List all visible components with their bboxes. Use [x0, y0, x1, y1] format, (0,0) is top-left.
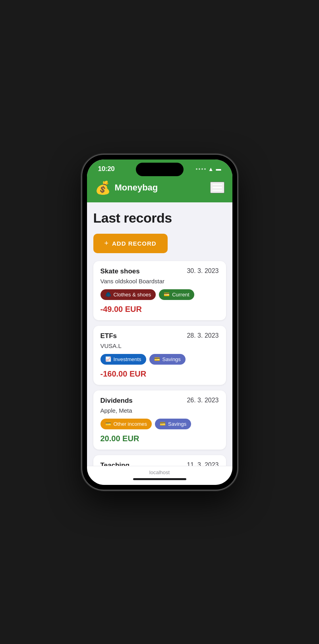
record-tags-2: 💳 Other incomes 💳 Savings	[101, 419, 219, 429]
tag-savings-2[interactable]: 💳 Savings	[155, 419, 191, 429]
record-name-0: Skate shoes	[101, 267, 140, 275]
record-description-1: VUSA.L	[101, 342, 219, 349]
signal-dots-icon	[196, 168, 206, 170]
record-description-2: Apple, Meta	[101, 407, 219, 414]
record-amount-1: -160.00 EUR	[101, 369, 219, 379]
other-incomes-icon: 💳	[105, 421, 111, 427]
record-header-0: Skate shoes 30. 3. 2023	[101, 267, 219, 275]
phone-frame: 10:20 ▲ ▬ 💰 Moneybag	[82, 155, 237, 490]
record-tags-1: 📈 Investments 💳 Savings	[101, 354, 219, 365]
record-amount-0: -49.00 EUR	[101, 305, 219, 314]
record-name-3: Teaching	[101, 461, 130, 466]
app-title: Moneybag	[115, 183, 158, 193]
moneybag-logo-icon: 💰	[95, 180, 111, 195]
clothes-icon: 🧥	[105, 292, 111, 297]
tag-clothes-shoes[interactable]: 🧥 Clothes & shoes	[101, 289, 156, 300]
app-header: 💰 Moneybag	[87, 176, 232, 202]
tag-savings-1[interactable]: 💳 Savings	[149, 354, 186, 365]
hamburger-line-1	[213, 184, 222, 185]
record-header-3: Teaching 11. 3. 2023	[101, 461, 219, 466]
home-indicator	[133, 478, 186, 480]
record-header-2: Dividends 26. 3. 2023	[101, 397, 219, 405]
savings-icon-1: 💳	[154, 356, 160, 362]
record-date-0: 30. 3. 2023	[187, 267, 218, 275]
record-card-3[interactable]: Teaching 11. 3. 2023	[93, 455, 226, 466]
record-date-2: 26. 3. 2023	[187, 397, 218, 404]
tag-clothes-label: Clothes & shoes	[114, 292, 151, 298]
tag-investments-label: Investments	[114, 356, 141, 362]
app-logo-area: 💰 Moneybag	[95, 180, 158, 195]
status-time: 10:20	[98, 165, 115, 173]
status-icons: ▲ ▬	[196, 166, 221, 172]
tag-current-0[interactable]: 💳 Current	[159, 289, 194, 300]
tag-savings-label-1: Savings	[162, 356, 181, 362]
tag-other-incomes[interactable]: 💳 Other incomes	[101, 419, 152, 429]
page-title: Last records	[93, 210, 226, 226]
bottom-bar: localhost	[87, 466, 232, 485]
record-name-2: Dividends	[101, 397, 133, 405]
savings-icon-2: 💳	[160, 421, 166, 427]
dynamic-island	[136, 163, 184, 176]
record-card-2[interactable]: Dividends 26. 3. 2023 Apple, Meta 💳 Othe…	[93, 390, 226, 450]
record-card-1[interactable]: ETFs 28. 3. 2023 VUSA.L 📈 Investments 💳 …	[93, 326, 226, 385]
battery-icon: ▬	[216, 166, 221, 172]
current-icon: 💳	[164, 292, 170, 297]
tag-savings-label-2: Savings	[168, 421, 186, 427]
add-record-label: ADD RECORD	[112, 240, 157, 247]
plus-icon: +	[104, 239, 109, 248]
record-tags-0: 🧥 Clothes & shoes 💳 Current	[101, 289, 219, 300]
bottom-url: localhost	[149, 469, 170, 475]
record-header-1: ETFs 28. 3. 2023	[101, 332, 219, 340]
menu-button[interactable]	[210, 182, 224, 194]
tag-other-incomes-label: Other incomes	[114, 421, 147, 427]
record-description-0: Vans oldskool Boardstar	[101, 278, 219, 285]
wifi-icon: ▲	[208, 166, 214, 172]
tag-investments[interactable]: 📈 Investments	[101, 354, 146, 365]
record-amount-2: 20.00 EUR	[101, 434, 219, 443]
record-date-1: 28. 3. 2023	[187, 332, 218, 339]
record-card-0[interactable]: Skate shoes 30. 3. 2023 Vans oldskool Bo…	[93, 261, 226, 320]
record-date-3: 11. 3. 2023	[187, 461, 218, 466]
main-content: Last records + ADD RECORD Skate shoes 30…	[87, 202, 232, 466]
hamburger-line-3	[213, 190, 222, 191]
add-record-button[interactable]: + ADD RECORD	[93, 234, 168, 253]
tag-current-label: Current	[172, 292, 189, 298]
investments-icon: 📈	[105, 356, 111, 362]
record-name-1: ETFs	[101, 332, 117, 340]
phone-screen: 10:20 ▲ ▬ 💰 Moneybag	[87, 160, 232, 485]
hamburger-line-2	[213, 187, 222, 188]
